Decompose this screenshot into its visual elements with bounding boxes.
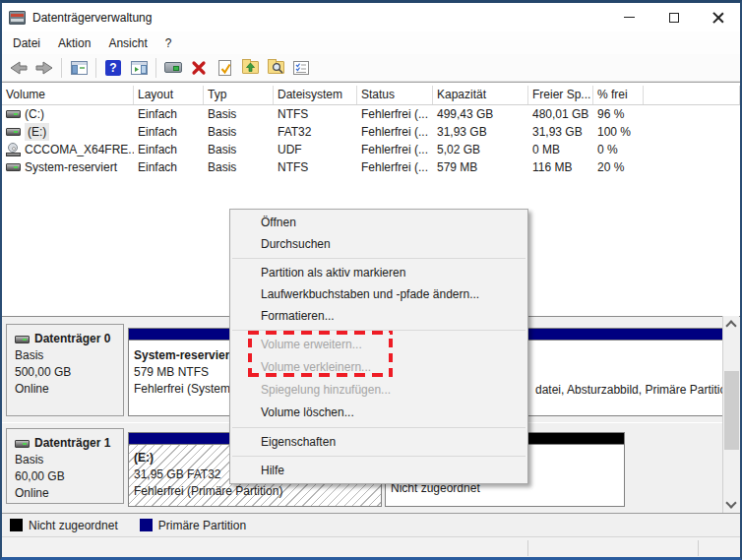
column-prozent-frei[interactable]: % frei (593, 86, 644, 104)
menu-hilfe[interactable]: ? (156, 33, 181, 53)
vertical-scrollbar[interactable] (722, 316, 739, 513)
volume-name-selected: (E:) (25, 123, 49, 141)
menu-separator (232, 456, 526, 457)
action-pane-icon (131, 61, 148, 75)
remote-computer-button[interactable] (162, 57, 184, 79)
action-pane-button[interactable] (128, 57, 150, 79)
menu-aktion[interactable]: Aktion (49, 33, 99, 53)
legend-unallocated-label: Nicht zugeordnet (29, 519, 118, 532)
menu-item-durchsuchen[interactable]: Durchsuchen (230, 233, 527, 255)
partition-size: 579 MB NTFS (134, 364, 224, 381)
partition-title: System-reserviert (134, 347, 224, 364)
primary-partition-bar (129, 329, 229, 341)
titlebar: Datenträgerverwaltung (2, 3, 740, 31)
cd-drive-icon (6, 143, 21, 156)
folder-up-icon (242, 61, 259, 74)
menu-item-partition-aktiv[interactable]: Partition als aktiv markieren (230, 262, 527, 283)
legend-unallocated-swatch (10, 519, 23, 531)
menu-item-laufwerkbuchstaben[interactable]: Laufwerkbuchstaben und -pfade ändern... (230, 283, 527, 305)
disk1-status: Online (15, 485, 123, 502)
scroll-up-icon[interactable] (725, 320, 736, 331)
column-filler (644, 86, 740, 104)
disk1-name: Datenträger 1 (34, 435, 110, 452)
disk-management-window: Datenträgerverwaltung Datei Aktion Ansic… (0, 0, 742, 560)
app-icon (9, 11, 26, 25)
partition-status-fragment: datei, Absturzabbild, Primäre Partition) (535, 383, 723, 397)
menubar: Datei Aktion Ansicht ? (2, 31, 740, 54)
table-row-c[interactable]: (C:) Einfach Basis NTFS Fehlerfrei (... … (2, 105, 740, 123)
table-row-cccoma[interactable]: CCCOMA_X64FRE... Einfach Basis UDF Fehle… (2, 141, 740, 158)
delete-volume-button[interactable] (188, 57, 210, 79)
hdd-icon (6, 110, 21, 118)
legend-primary-label: Primäre Partition (158, 519, 246, 532)
red-highlight-box (248, 331, 393, 377)
disk1-size: 60,00 GB (15, 468, 123, 485)
toolbar (2, 54, 740, 82)
checklist-icon (293, 61, 309, 75)
legend-bar: Nicht zugeordnet Primäre Partition (2, 513, 740, 536)
toolbar-separator (61, 58, 62, 78)
statusbar-divider (698, 540, 699, 556)
volume-list-header: Volume Layout Typ Dateisystem Status Kap… (2, 86, 740, 105)
maximize-icon (669, 13, 679, 23)
partition-status: Fehlerfrei (Primäre Partition) (134, 483, 376, 500)
folder-search-icon (268, 61, 284, 74)
column-typ[interactable]: Typ (204, 86, 274, 104)
disk0-size: 500,00 GB (15, 364, 123, 381)
back-icon (9, 60, 29, 76)
volume-name: CCCOMA_X64FRE... (25, 141, 134, 158)
help-button[interactable] (102, 57, 124, 79)
table-row-system-reserviert[interactable]: System-reserviert Einfach Basis NTFS Feh… (2, 158, 740, 176)
help-icon (105, 60, 121, 76)
check-document-icon (218, 60, 231, 76)
disk0-name: Datenträger 0 (34, 331, 110, 347)
back-button[interactable] (8, 57, 30, 79)
volume-name: (C:) (25, 105, 44, 123)
partition-system-reserviert[interactable]: System-reserviert 579 MB NTFS Fehlerfrei… (128, 328, 230, 416)
forward-button[interactable] (33, 57, 55, 79)
column-dateisystem[interactable]: Dateisystem (274, 86, 357, 104)
menu-item-formatieren[interactable]: Formatieren... (230, 305, 527, 327)
column-volume[interactable]: Volume (2, 86, 134, 104)
menu-item-eigenschaften[interactable]: Eigenschaften (230, 431, 527, 453)
window-title: Datenträgerverwaltung (32, 11, 152, 25)
check-volume-button[interactable] (214, 57, 235, 79)
minimize-button[interactable] (607, 3, 651, 31)
scroll-down-icon[interactable] (725, 497, 736, 508)
toolbar-separator (155, 58, 156, 78)
menu-datei[interactable]: Datei (4, 33, 49, 53)
explore-volume-button[interactable] (265, 57, 286, 79)
disk0-label-panel[interactable]: Datenträger 0 Basis 500,00 GB Online (6, 324, 124, 416)
scrollbar-thumb[interactable] (724, 371, 739, 450)
partition-status: Fehlerfrei (System (134, 381, 224, 398)
menu-item-oeffnen[interactable]: Öffnen (230, 212, 527, 233)
hdd-icon (6, 128, 21, 136)
maximize-button[interactable] (651, 3, 696, 31)
forward-icon (34, 60, 54, 76)
menu-item-volume-loeschen[interactable]: Volume löschen... (230, 402, 527, 424)
hdd-icon (6, 163, 21, 171)
disk0-type: Basis (15, 347, 123, 364)
menu-item-hilfe[interactable]: Hilfe (230, 460, 527, 481)
close-button[interactable] (696, 3, 740, 31)
console-tree-button[interactable] (68, 57, 90, 79)
close-icon (712, 12, 724, 24)
column-freier-speicher[interactable]: Freier Sp... (528, 86, 593, 104)
toolbar-separator (95, 58, 96, 78)
disk1-label-panel[interactable]: Datenträger 1 Basis 60,00 GB Online (6, 428, 124, 504)
table-row-e[interactable]: (E:) Einfach Basis FAT32 Fehlerfrei (...… (2, 123, 740, 141)
statusbar (2, 536, 740, 558)
menu-separator (232, 258, 526, 259)
disk1-type: Basis (15, 452, 123, 468)
remote-computer-icon (164, 62, 182, 73)
column-kapazitaet[interactable]: Kapazität (433, 86, 528, 104)
menu-item-spiegelung[interactable]: Spiegelung hinzufügen... (230, 379, 527, 402)
column-status[interactable]: Status (357, 86, 433, 104)
delete-icon (191, 60, 207, 76)
legend-primary-swatch (140, 519, 153, 531)
column-layout[interactable]: Layout (134, 86, 204, 104)
properties-button[interactable] (290, 57, 312, 79)
menu-ansicht[interactable]: Ansicht (99, 33, 155, 53)
disk0-status: Online (15, 381, 123, 398)
extend-volume-button[interactable] (239, 57, 261, 79)
